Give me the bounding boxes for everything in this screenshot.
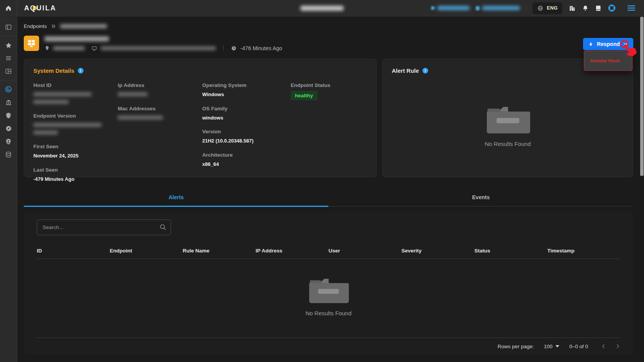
last-seen-value: -479 Minutes Ago [33, 175, 114, 183]
docs-button[interactable] [595, 5, 602, 12]
system-details-title: System Details [33, 67, 74, 74]
square-icon [476, 6, 480, 10]
search-icon [159, 223, 167, 231]
host-id-value-redacted [33, 91, 114, 106]
col-status: Status [475, 248, 547, 254]
host-ip-redacted [53, 46, 85, 50]
sidebar-item-favorites[interactable] [0, 39, 17, 52]
host-id-label: Host ID [33, 82, 114, 88]
version-label: Version [202, 129, 287, 134]
topbar-link-redacted-2[interactable] [476, 6, 520, 10]
language-selector[interactable]: ENG [532, 2, 562, 14]
sidebar-item-list[interactable] [0, 52, 17, 65]
empty-folder-icon [308, 276, 349, 304]
alerts-search [37, 219, 171, 235]
system-details-col-4: Endpoint Status healthy [291, 82, 367, 190]
radar-icon [5, 85, 12, 93]
host-meta: -476 Minutes Ago [44, 35, 282, 51]
tab-events[interactable]: Events [329, 194, 633, 206]
host-os-redacted [101, 46, 216, 50]
next-page-button[interactable] [615, 344, 620, 349]
chevron-down-icon [623, 42, 628, 46]
sidebar-item-dashboard[interactable] [0, 122, 17, 135]
sidebar-item-organization[interactable] [0, 96, 17, 109]
book-icon [595, 5, 602, 12]
windows-monitor-icon [27, 39, 36, 48]
alerts-table-header: ID Endpoint Rule Name IP Address User Se… [37, 248, 620, 259]
menu-button[interactable] [627, 5, 636, 11]
ip-address-value-redacted [118, 91, 198, 98]
breadcrumb-current-redacted [60, 24, 107, 28]
system-details-card: System Details Host ID Endpoint Version [24, 59, 377, 177]
search-input[interactable] [37, 219, 171, 235]
monitor-icon [91, 46, 97, 51]
organization-icon [568, 5, 576, 12]
panel-toggle-icon [5, 24, 12, 31]
breadcrumb: Endpoints [24, 23, 633, 29]
pagination-range: 0–0 of 0 [569, 344, 588, 349]
pagination-controls [601, 344, 620, 349]
compass-icon [5, 125, 12, 132]
endpoint-version-label: Endpoint Version [33, 113, 114, 119]
breadcrumb-root-link[interactable]: Endpoints [24, 23, 47, 29]
mac-addresses-value-redacted [118, 114, 198, 122]
col-ip-address: IP Address [256, 248, 329, 254]
star-icon [5, 42, 12, 49]
brand-logo[interactable]: AQUILA [24, 4, 56, 12]
rows-per-page-value: 100 [544, 344, 553, 349]
home-button[interactable] [0, 0, 17, 16]
prev-page-button[interactable] [601, 344, 606, 349]
col-rule-name: Rule Name [183, 248, 256, 254]
language-label: ENG [547, 5, 558, 11]
windows-host-icon [24, 36, 39, 51]
sidebar-item-panel-toggle[interactable] [0, 21, 17, 34]
sidebar-item-protection[interactable] [0, 109, 17, 122]
rows-per-page-label: Rows per page: [498, 344, 534, 349]
alerts-empty-state: No Results Found [37, 276, 620, 316]
info-icon[interactable] [422, 68, 428, 74]
sidebar-item-layout[interactable] [0, 65, 17, 78]
home-icon [5, 5, 12, 11]
empty-folder-icon [485, 104, 531, 134]
last-seen-label: Last Seen [33, 167, 114, 173]
main-content: Endpoints [17, 17, 644, 362]
sidebar-item-endpoints-active[interactable] [0, 83, 17, 96]
sidebar-item-data[interactable] [0, 148, 17, 161]
host-subinfo: -476 Minutes Ago [44, 45, 282, 51]
pagination-bar: Rows per page: 100 0–0 of 0 [37, 338, 620, 355]
endpoint-version-value-redacted [33, 121, 114, 136]
dot-icon [431, 6, 435, 10]
caret-down-icon [555, 345, 559, 347]
host-header: -476 Minutes Ago Respond Isolate Host [24, 35, 633, 51]
rows-per-page-select[interactable]: 100 [544, 344, 560, 349]
respond-button[interactable]: Respond [583, 38, 633, 50]
alert-rule-title: Alert Rule [392, 67, 419, 74]
double-chevron-icon [51, 23, 56, 29]
notifications-button[interactable] [582, 5, 589, 12]
respond-dropdown: Isolate Host [584, 51, 632, 71]
summary-cards: System Details Host ID Endpoint Version [24, 59, 633, 177]
topbar-title-redacted [301, 0, 343, 16]
hamburger-menu-icon [627, 5, 636, 11]
support-button[interactable] [608, 4, 616, 12]
info-icon[interactable] [78, 68, 84, 74]
topbar-link-redacted-1[interactable] [431, 6, 470, 10]
architecture-value: x86_64 [202, 161, 287, 168]
scrollbar-thumb[interactable] [640, 17, 644, 176]
col-severity: Severity [401, 248, 474, 254]
host-last-seen: -476 Minutes Ago [240, 45, 282, 51]
operating-system-label: Operating System [202, 82, 287, 88]
lifering-icon [608, 4, 616, 12]
tab-bar: Alerts Events [24, 194, 633, 206]
isolate-host-menu-item[interactable]: Isolate Host [584, 51, 632, 70]
clock-icon [231, 45, 237, 51]
organization-button[interactable] [568, 5, 576, 12]
sidebar-divider [0, 80, 17, 80]
alerts-panel: ID Endpoint Rule Name IP Address User Se… [24, 212, 633, 355]
tab-alerts[interactable]: Alerts [24, 194, 329, 206]
sidebar-divider [0, 36, 17, 36]
sidebar-item-identity[interactable] [0, 135, 17, 148]
system-details-col-1: Host ID Endpoint Version [33, 82, 114, 190]
first-seen-label: First Seen [33, 144, 114, 149]
bank-icon [5, 99, 12, 106]
